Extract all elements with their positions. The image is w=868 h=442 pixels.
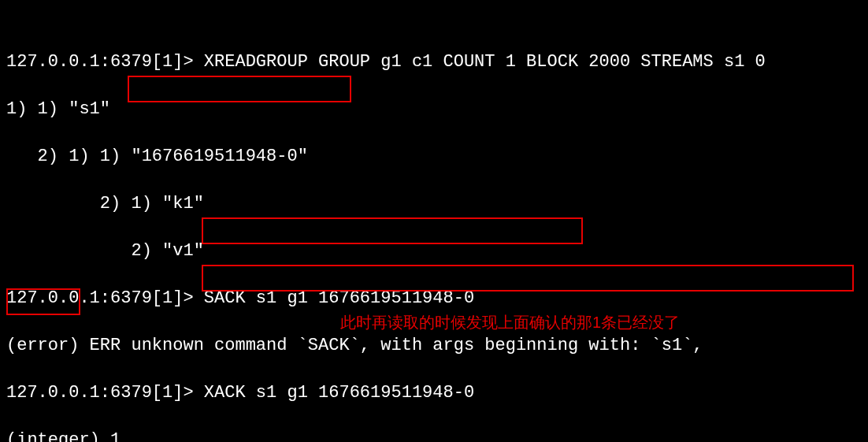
- cmd-xack: 127.0.0.1:6379[1]> XACK s1 g1 1676619511…: [6, 381, 862, 405]
- output-s1-header-1: 1) 1) "s1": [6, 98, 862, 121]
- terminal-output: utted XREAD instead. 127.0.0.1:6379[1]> …: [6, 3, 862, 442]
- output-error: (error) ERR unknown command `SACK`, with…: [6, 334, 862, 358]
- cmd-xreadgroup-1: 127.0.0.1:6379[1]> XREADGROUP GROUP g1 c…: [6, 50, 862, 74]
- output-msgid-1: 2) 1) 1) "1676619511948-0": [6, 145, 862, 169]
- output-v1: 2) "v1": [6, 240, 862, 263]
- cmd-sack: 127.0.0.1:6379[1]> SACK s1 g1 1676619511…: [6, 287, 862, 310]
- output-integer-1: (integer) 1: [6, 429, 862, 442]
- output-k1: 2) 1) "k1": [6, 192, 862, 216]
